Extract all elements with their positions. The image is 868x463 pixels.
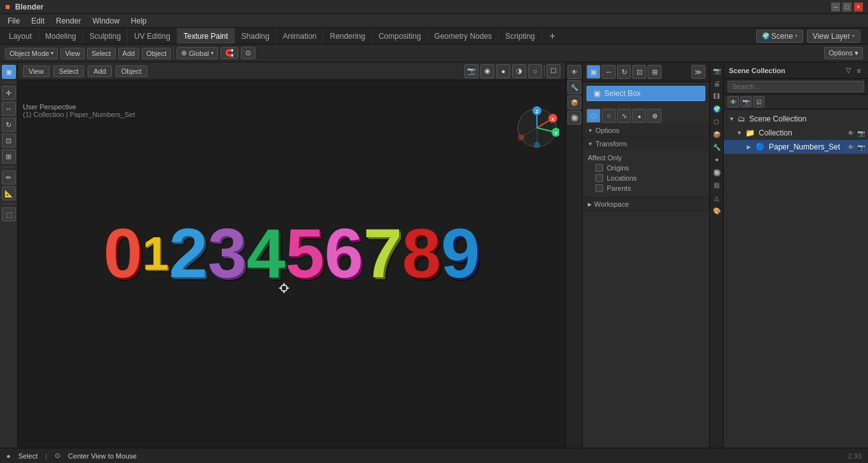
menu-help[interactable]: Help <box>126 15 152 27</box>
sidebar-physics-btn[interactable]: 🔘 <box>567 111 581 125</box>
modifier-props-icon[interactable]: 🔧 <box>711 141 722 153</box>
tab-compositing[interactable]: Compositing <box>372 28 428 44</box>
transform-header[interactable]: ▼ Transform <box>583 137 709 150</box>
tab-animation[interactable]: Animation <box>276 28 323 44</box>
cursor-select-icon[interactable]: ⊕ <box>648 109 661 123</box>
viewport-shading-solid[interactable]: ● <box>496 64 510 78</box>
rotate-icon-btn[interactable]: ↻ <box>617 65 631 79</box>
locations-checkbox[interactable] <box>595 174 603 182</box>
data-props-icon[interactable]: △ <box>711 192 722 204</box>
sidebar-tool-btn[interactable]: 🔧 <box>567 80 581 94</box>
physics-props-icon[interactable]: 🔘 <box>711 167 722 178</box>
tab-shading[interactable]: Shading <box>235 28 276 44</box>
add-cube-button[interactable]: ⬚ <box>2 207 16 221</box>
maximize-button[interactable]: □ <box>843 3 851 11</box>
active-tool-icon[interactable]: ▣ <box>587 65 600 79</box>
mode-selector[interactable]: Object Mode ▾ <box>5 48 58 59</box>
viewport-view-menu[interactable]: View <box>23 66 50 77</box>
add-menu[interactable]: Add <box>118 48 140 59</box>
world-props-icon[interactable]: ⬡ <box>711 116 722 127</box>
select-menu[interactable]: Select <box>87 48 116 59</box>
cursor-tool-button[interactable]: ✛ <box>2 86 16 100</box>
constraints-props-icon[interactable]: ⛓ <box>711 179 722 191</box>
transform-icon-btn[interactable]: ⊞ <box>648 65 661 79</box>
viewport-3d[interactable]: View Select Add Object 📷 ◉ ● ◑ ○ ☐ <box>18 62 566 448</box>
tab-scripting[interactable]: Scripting <box>499 28 542 44</box>
transform-tool-button[interactable]: ⊞ <box>2 149 16 163</box>
tab-rendering[interactable]: Rendering <box>323 28 372 44</box>
scene-selector[interactable]: 🌍 Scene ▾ <box>756 30 803 43</box>
workspace-header[interactable]: ▶ Workspace <box>583 198 709 211</box>
scale-icon-btn[interactable]: ⊡ <box>632 65 646 79</box>
scale-tool-button[interactable]: ⊡ <box>2 134 16 148</box>
viewlayer-props-icon[interactable]: 🎞 <box>711 90 722 102</box>
proportional-toggle[interactable]: ⊙ <box>241 47 255 59</box>
output-props-icon[interactable]: 🖨 <box>711 78 722 89</box>
menu-edit[interactable]: Edit <box>26 15 50 27</box>
viewport-xray-toggle[interactable]: ☐ <box>546 64 560 78</box>
outliner-sort-btn[interactable]: ≡ <box>855 66 863 75</box>
particles-props-icon[interactable]: ✦ <box>711 154 722 165</box>
paper-numbers-eye-btn[interactable]: 👁 <box>846 142 855 151</box>
paper-numbers-camera-btn[interactable]: 📷 <box>857 142 865 151</box>
render-props-icon[interactable]: 📷 <box>711 65 722 76</box>
expand-panel-btn[interactable]: ≫ <box>691 65 705 79</box>
options-button[interactable]: Options ▾ <box>824 47 863 59</box>
options-header[interactable]: ▼ Options <box>583 124 709 137</box>
select-box-button[interactable]: ▣ Select Box <box>587 86 705 101</box>
view-layer-selector[interactable]: View Layer ▾ <box>807 30 860 43</box>
menu-render[interactable]: Render <box>51 15 86 27</box>
viewport-object-menu[interactable]: Object <box>116 66 147 77</box>
collection-camera-btn[interactable]: 📷 <box>857 128 865 137</box>
add-workspace-button[interactable]: + <box>545 29 560 44</box>
outliner-paper-numbers[interactable]: ▶ 🔵 Paper_Numbers_Set 👁 📷 <box>724 140 868 154</box>
transform-selector[interactable]: ⊕ Global ▾ <box>177 47 218 59</box>
scene-props-icon[interactable]: 🌍 <box>711 103 722 114</box>
tab-sculpting[interactable]: Sculpting <box>83 28 128 44</box>
view-menu[interactable]: View <box>60 48 85 59</box>
outliner-search-input[interactable] <box>728 81 864 92</box>
outliner-scene-collection[interactable]: ▼ 🗂 Scene Collection <box>724 112 868 126</box>
menu-file[interactable]: File <box>3 15 25 27</box>
tab-modeling[interactable]: Modeling <box>39 28 83 44</box>
viewport-shading-material[interactable]: ◑ <box>512 64 526 78</box>
viewport-add-menu[interactable]: Add <box>88 66 112 77</box>
menu-window[interactable]: Window <box>87 15 125 27</box>
origins-checkbox[interactable] <box>595 164 603 172</box>
dot-select-icon[interactable]: ⬥ <box>632 109 646 123</box>
filter-icon-btn-1[interactable]: 👁 <box>728 96 739 107</box>
collection-eye-btn[interactable]: 👁 <box>846 128 855 137</box>
object-menu[interactable]: Object <box>142 48 171 59</box>
sidebar-view-btn[interactable]: 👁 <box>567 65 581 79</box>
viewport-select-menu[interactable]: Select <box>53 66 85 77</box>
outliner-filter-btn[interactable]: ▽ <box>844 66 853 75</box>
minimize-button[interactable]: ─ <box>831 3 840 11</box>
measure-button[interactable]: 📐 <box>2 186 16 200</box>
move-tool-button[interactable]: ↔ <box>2 102 16 116</box>
3d-view[interactable]: User Perspective (1) Collection | Paper_… <box>18 80 566 448</box>
sidebar-item-btn[interactable]: 📦 <box>567 95 581 109</box>
circle-select-icon[interactable]: ○ <box>602 109 616 123</box>
tab-geometry-nodes[interactable]: Geometry Nodes <box>428 28 499 44</box>
object-props-icon[interactable]: 📦 <box>711 128 722 140</box>
rotate-tool-button[interactable]: ↻ <box>2 118 16 132</box>
filter-icon-btn-2[interactable]: 📷 <box>740 96 752 107</box>
annotate-button[interactable]: ✏ <box>2 170 16 184</box>
tab-texture-paint[interactable]: Texture Paint <box>177 28 235 44</box>
viewport-overlay-icon[interactable]: ◉ <box>480 64 494 78</box>
lasso-select-icon[interactable]: ∿ <box>617 109 631 123</box>
material-props-icon[interactable]: 🎨 <box>711 205 722 216</box>
tab-uv-editing[interactable]: UV Editing <box>128 28 177 44</box>
close-button[interactable]: ✕ <box>854 3 863 11</box>
viewport-camera-icon[interactable]: 📷 <box>465 64 478 78</box>
parents-checkbox[interactable] <box>595 184 603 192</box>
box-select-icon[interactable]: □ <box>587 109 600 123</box>
navigation-gizmo[interactable]: X Y Z <box>515 106 559 150</box>
filter-icon-btn-3[interactable]: ☑ <box>753 96 764 107</box>
viewport-shading-rendered[interactable]: ○ <box>528 64 542 78</box>
move-icon-btn[interactable]: ↔ <box>602 65 616 79</box>
snap-toggle[interactable]: 🧲 <box>220 47 238 59</box>
tab-layout[interactable]: Layout <box>3 28 39 44</box>
outliner-collection[interactable]: ▼ 📁 Collection 👁 📷 <box>724 126 868 140</box>
select-tool-button[interactable]: ▣ <box>2 65 16 79</box>
